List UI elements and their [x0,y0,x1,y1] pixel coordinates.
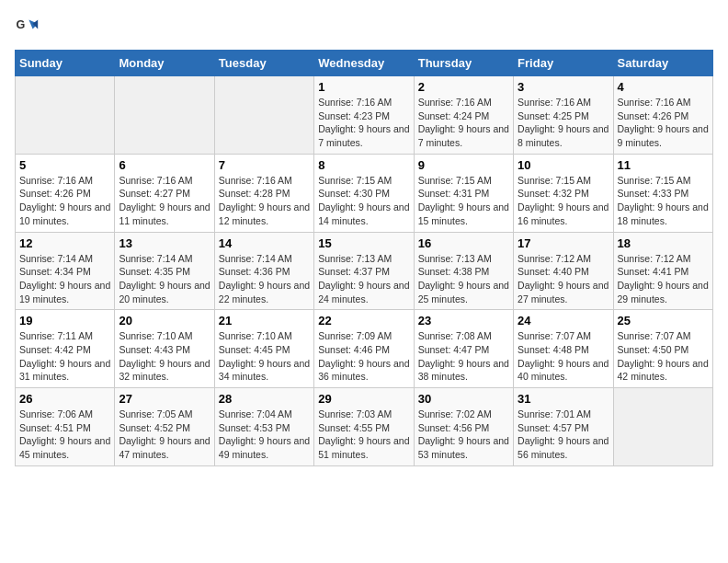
day-number: 5 [19,158,110,172]
weekday-header-row: SundayMondayTuesdayWednesdayThursdayFrid… [16,51,713,76]
day-number: 30 [418,392,509,406]
day-number: 27 [119,392,210,406]
day-info: Sunrise: 7:15 AM Sunset: 4:31 PM Dayligh… [418,174,509,228]
day-info: Sunrise: 7:02 AM Sunset: 4:56 PM Dayligh… [418,408,509,462]
day-number: 25 [618,314,709,327]
day-cell-empty [115,76,214,155]
page-header: G [15,15,713,40]
day-number: 29 [318,392,409,406]
day-cell-4: 4Sunrise: 7:16 AM Sunset: 4:26 PM Daylig… [613,76,712,155]
day-info: Sunrise: 7:16 AM Sunset: 4:28 PM Dayligh… [219,174,310,228]
weekday-header-sunday: Sunday [16,51,115,76]
day-cell-23: 23Sunrise: 7:08 AM Sunset: 4:47 PM Dayli… [414,310,513,388]
svg-text:G: G [16,18,25,31]
day-info: Sunrise: 7:16 AM Sunset: 4:23 PM Dayligh… [318,96,409,150]
weekday-header-thursday: Thursday [414,51,513,76]
day-number: 9 [418,158,509,172]
weekday-header-saturday: Saturday [613,51,712,76]
day-number: 7 [219,158,310,172]
day-cell-6: 6Sunrise: 7:16 AM Sunset: 4:27 PM Daylig… [115,154,214,232]
day-number: 4 [618,80,709,94]
calendar: SundayMondayTuesdayWednesdayThursdayFrid… [15,50,713,466]
day-info: Sunrise: 7:13 AM Sunset: 4:38 PM Dayligh… [418,252,509,306]
day-info: Sunrise: 7:10 AM Sunset: 4:43 PM Dayligh… [119,329,210,384]
day-cell-16: 16Sunrise: 7:13 AM Sunset: 4:38 PM Dayli… [414,232,513,310]
day-number: 11 [618,158,709,172]
day-info: Sunrise: 7:09 AM Sunset: 4:46 PM Dayligh… [318,329,409,384]
day-info: Sunrise: 7:16 AM Sunset: 4:25 PM Dayligh… [518,96,609,150]
day-info: Sunrise: 7:11 AM Sunset: 4:42 PM Dayligh… [19,329,110,384]
day-info: Sunrise: 7:16 AM Sunset: 4:26 PM Dayligh… [19,174,110,228]
day-number: 10 [518,158,609,172]
day-number: 24 [518,314,609,327]
day-info: Sunrise: 7:08 AM Sunset: 4:47 PM Dayligh… [418,329,509,384]
day-info: Sunrise: 7:16 AM Sunset: 4:27 PM Dayligh… [119,174,210,228]
day-cell-13: 13Sunrise: 7:14 AM Sunset: 4:35 PM Dayli… [115,232,214,310]
day-number: 15 [318,236,409,250]
day-info: Sunrise: 7:16 AM Sunset: 4:26 PM Dayligh… [618,96,709,150]
week-row-5: 26Sunrise: 7:06 AM Sunset: 4:51 PM Dayli… [16,388,713,466]
day-number: 21 [219,314,310,327]
day-cell-26: 26Sunrise: 7:06 AM Sunset: 4:51 PM Dayli… [16,388,115,466]
day-number: 17 [518,236,609,250]
day-cell-9: 9Sunrise: 7:15 AM Sunset: 4:31 PM Daylig… [414,154,513,232]
day-info: Sunrise: 7:15 AM Sunset: 4:30 PM Dayligh… [318,174,409,228]
day-cell-5: 5Sunrise: 7:16 AM Sunset: 4:26 PM Daylig… [16,154,115,232]
day-cell-1: 1Sunrise: 7:16 AM Sunset: 4:23 PM Daylig… [314,76,414,155]
day-number: 13 [119,236,210,250]
day-cell-31: 31Sunrise: 7:01 AM Sunset: 4:57 PM Dayli… [514,388,613,466]
day-cell-19: 19Sunrise: 7:11 AM Sunset: 4:42 PM Dayli… [16,310,115,388]
day-cell-18: 18Sunrise: 7:12 AM Sunset: 4:41 PM Dayli… [613,232,712,310]
day-info: Sunrise: 7:16 AM Sunset: 4:24 PM Dayligh… [418,96,509,150]
day-info: Sunrise: 7:07 AM Sunset: 4:48 PM Dayligh… [518,329,609,384]
weekday-header-tuesday: Tuesday [214,51,313,76]
day-cell-17: 17Sunrise: 7:12 AM Sunset: 4:40 PM Dayli… [514,232,613,310]
day-info: Sunrise: 7:14 AM Sunset: 4:35 PM Dayligh… [119,252,210,306]
day-cell-27: 27Sunrise: 7:05 AM Sunset: 4:52 PM Dayli… [115,388,214,466]
week-row-3: 12Sunrise: 7:14 AM Sunset: 4:34 PM Dayli… [16,232,713,310]
week-row-4: 19Sunrise: 7:11 AM Sunset: 4:42 PM Dayli… [16,310,713,388]
day-cell-15: 15Sunrise: 7:13 AM Sunset: 4:37 PM Dayli… [314,232,414,310]
day-info: Sunrise: 7:15 AM Sunset: 4:33 PM Dayligh… [618,174,709,228]
day-cell-empty [16,76,115,155]
day-cell-24: 24Sunrise: 7:07 AM Sunset: 4:48 PM Dayli… [514,310,613,388]
day-cell-2: 2Sunrise: 7:16 AM Sunset: 4:24 PM Daylig… [414,76,513,155]
day-info: Sunrise: 7:10 AM Sunset: 4:45 PM Dayligh… [219,329,310,384]
day-info: Sunrise: 7:12 AM Sunset: 4:40 PM Dayligh… [518,252,609,306]
logo-icon: G [15,15,40,40]
day-cell-empty [214,76,313,155]
day-cell-21: 21Sunrise: 7:10 AM Sunset: 4:45 PM Dayli… [214,310,313,388]
day-cell-14: 14Sunrise: 7:14 AM Sunset: 4:36 PM Dayli… [214,232,313,310]
day-number: 12 [19,236,110,250]
day-cell-empty [613,388,712,466]
day-info: Sunrise: 7:07 AM Sunset: 4:50 PM Dayligh… [618,329,709,384]
day-number: 31 [518,392,609,406]
day-number: 3 [518,80,609,94]
weekday-header-wednesday: Wednesday [314,51,414,76]
day-info: Sunrise: 7:06 AM Sunset: 4:51 PM Dayligh… [19,408,110,462]
day-cell-10: 10Sunrise: 7:15 AM Sunset: 4:32 PM Dayli… [514,154,613,232]
day-info: Sunrise: 7:01 AM Sunset: 4:57 PM Dayligh… [518,408,609,462]
day-number: 23 [418,314,509,327]
day-cell-7: 7Sunrise: 7:16 AM Sunset: 4:28 PM Daylig… [214,154,313,232]
weekday-header-monday: Monday [115,51,214,76]
day-info: Sunrise: 7:12 AM Sunset: 4:41 PM Dayligh… [618,252,709,306]
day-number: 22 [318,314,409,327]
day-number: 20 [119,314,210,327]
week-row-2: 5Sunrise: 7:16 AM Sunset: 4:26 PM Daylig… [16,154,713,232]
day-cell-12: 12Sunrise: 7:14 AM Sunset: 4:34 PM Dayli… [16,232,115,310]
day-info: Sunrise: 7:05 AM Sunset: 4:52 PM Dayligh… [119,408,210,462]
day-info: Sunrise: 7:14 AM Sunset: 4:34 PM Dayligh… [19,252,110,306]
day-info: Sunrise: 7:13 AM Sunset: 4:37 PM Dayligh… [318,252,409,306]
day-cell-11: 11Sunrise: 7:15 AM Sunset: 4:33 PM Dayli… [613,154,712,232]
day-info: Sunrise: 7:04 AM Sunset: 4:53 PM Dayligh… [219,408,310,462]
day-number: 28 [219,392,310,406]
day-info: Sunrise: 7:14 AM Sunset: 4:36 PM Dayligh… [219,252,310,306]
day-number: 19 [19,314,110,327]
day-cell-25: 25Sunrise: 7:07 AM Sunset: 4:50 PM Dayli… [613,310,712,388]
day-number: 26 [19,392,110,406]
day-info: Sunrise: 7:15 AM Sunset: 4:32 PM Dayligh… [518,174,609,228]
day-number: 6 [119,158,210,172]
day-cell-3: 3Sunrise: 7:16 AM Sunset: 4:25 PM Daylig… [514,76,613,155]
day-cell-28: 28Sunrise: 7:04 AM Sunset: 4:53 PM Dayli… [214,388,313,466]
